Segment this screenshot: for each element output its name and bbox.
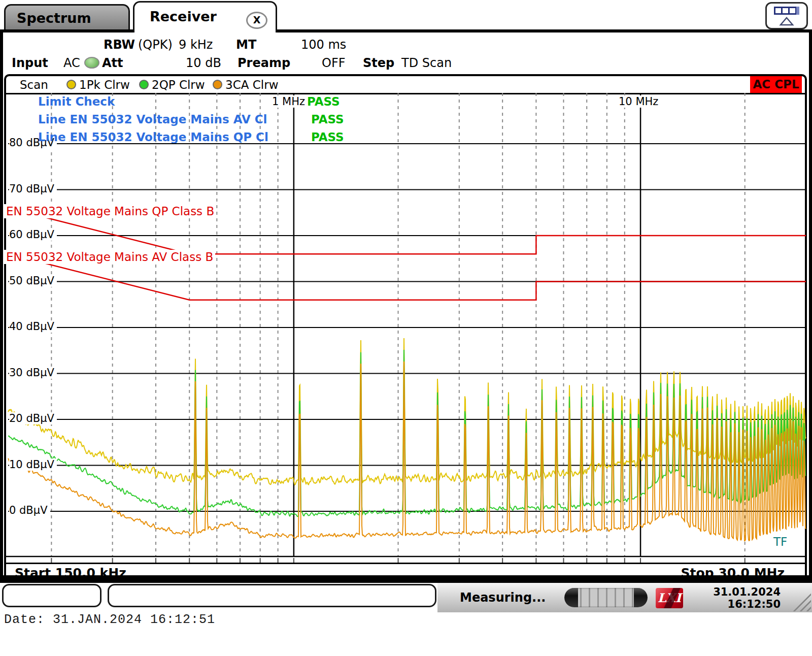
softkey-button-1[interactable] <box>2 584 101 607</box>
transducer-flag: TF <box>773 535 787 548</box>
y-axis-label-60: 60 dBµV <box>9 228 57 241</box>
y-axis-label-40: 40 dBµV <box>9 320 57 333</box>
tab-receiver-label: Receiver <box>150 9 217 24</box>
y-axis-label-30: 30 dBµV <box>9 367 57 379</box>
y-axis-label-10: 10 dBµV <box>9 458 57 471</box>
att-value[interactable]: 10 dB <box>186 56 221 70</box>
ac-coupling-badge: AC CPL <box>750 76 802 93</box>
screen-border-right <box>809 30 812 583</box>
rbw-label: RBW <box>104 38 135 52</box>
preamp-value[interactable]: OFF <box>322 56 346 70</box>
limit-check-row-av: Line EN 55032 Voltage Mains AV Cl <box>38 113 267 126</box>
tab-receiver[interactable]: Receiver X <box>133 1 277 32</box>
trace2-legend[interactable]: 2QP Clrw <box>152 78 205 91</box>
input-status-led <box>84 57 99 69</box>
limit-label-qp: EN 55032 Voltage Mains QP Class B <box>4 204 216 218</box>
status-date: 31.01.2024 <box>713 586 781 598</box>
gridline-80db-overlay <box>118 143 356 144</box>
limit-check-result-av: PASS <box>311 113 344 126</box>
limit-check-title: Limit Check <box>38 95 115 108</box>
footer-divider <box>6 563 805 564</box>
lxi-status-icon[interactable]: LXI <box>656 588 683 608</box>
trace-3CA <box>8 362 806 541</box>
softkey-button-2[interactable] <box>108 584 436 607</box>
limit-label-av: EN 55032 Voltage Mains AV Class B <box>4 250 215 264</box>
measuring-status: Measuring... <box>460 591 546 605</box>
top-border <box>0 29 812 32</box>
preamp-label: Preamp <box>238 56 290 70</box>
screenshot-caption-date: Date: 31.JAN.2024 16:12:51 <box>4 612 215 627</box>
input-coupling-value[interactable]: AC <box>63 56 80 70</box>
tab-spectrum-label: Spectrum <box>17 10 91 26</box>
step-label: Step <box>363 56 394 70</box>
status-time: 16:12:50 <box>713 598 781 610</box>
instrument-screenshot: Spectrum Receiver X RBW (QPK) 9 kHz MT 1… <box>0 0 812 656</box>
trace3-legend[interactable]: 3CA Clrw <box>225 78 278 91</box>
limit-check-result-qp: PASS <box>311 130 344 144</box>
progress-cap-left <box>564 588 578 607</box>
x-marker-1mhz: 1 MHz <box>270 95 307 108</box>
att-label: Att <box>102 56 123 70</box>
step-value[interactable]: TD Scan <box>401 56 452 70</box>
y-axis-label-20: 20 dBµV <box>9 412 57 424</box>
x-marker-10mhz: 10 MHz <box>617 95 660 108</box>
trace3-color-dot <box>213 80 222 89</box>
meas-time-label: MT <box>236 38 256 52</box>
input-label: Input <box>12 56 48 70</box>
y-axis-label-0: 0 dBµV <box>9 504 50 516</box>
measurement-progress-bar <box>564 588 648 607</box>
screen-border-bottom <box>0 575 812 583</box>
y-axis-label-50: 50 dBµV <box>9 275 57 287</box>
scan-label: Scan <box>20 78 48 91</box>
rbw-value[interactable]: 9 kHz <box>179 38 213 52</box>
limit-check-overall-result: PASS <box>307 95 340 108</box>
tab-close-icon[interactable]: X <box>246 12 267 29</box>
limit-check-row-qp: Line EN 55032 Voltage Mains QP Cl <box>38 130 268 144</box>
resize-grip[interactable] <box>790 591 811 611</box>
scan-bar: Scan 1Pk Clrw 2QP Clrw 3CA Clrw AC CPL <box>6 76 805 94</box>
trace1-color-dot <box>66 80 76 89</box>
status-bar: Measuring... LXI 31.01.2024 16:12:50 <box>437 583 812 612</box>
rbw-detector: (QPK) <box>138 38 173 52</box>
meas-time-value[interactable]: 100 ms <box>301 38 346 52</box>
status-datetime: 31.01.2024 16:12:50 <box>713 586 781 610</box>
screen-border-left <box>0 30 3 583</box>
display-toolbar-button[interactable] <box>765 2 808 29</box>
trace1-legend[interactable]: 1Pk Clrw <box>79 78 130 91</box>
spectrum-chart <box>5 93 807 563</box>
display-toolbar-icon <box>767 4 806 28</box>
y-axis-label-70: 70 dBµV <box>9 183 57 195</box>
tab-spectrum[interactable]: Spectrum <box>4 4 130 30</box>
trace2-color-dot <box>139 80 149 89</box>
progress-cap-right <box>634 588 648 607</box>
